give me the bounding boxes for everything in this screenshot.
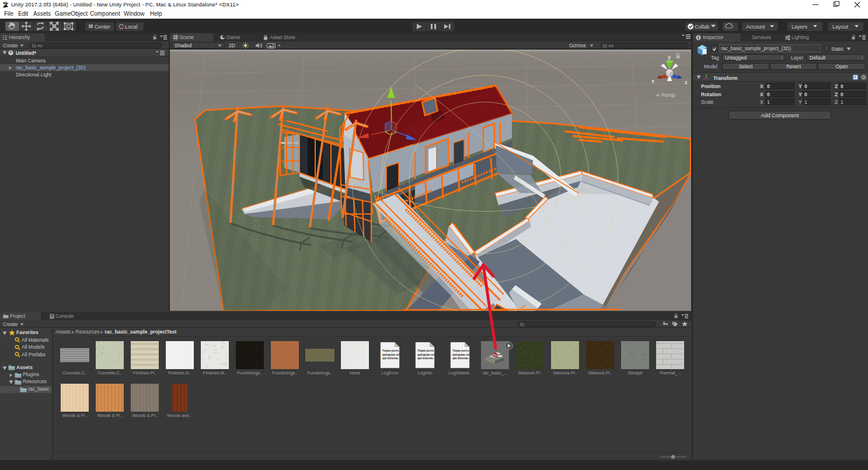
svg-text:quisquam est: quisquam est <box>382 353 400 356</box>
svg-text:x: x <box>651 78 654 84</box>
svg-text:Furnishings..: Furnishings.. <box>308 370 333 376</box>
svg-text:Sitework.Pl..: Sitework.Pl.. <box>518 370 542 376</box>
svg-text:Woods and ..: Woods and .. <box>167 413 193 418</box>
svg-text:Finishes.M..: Finishes.M.. <box>203 370 226 376</box>
svg-text:Local: Local <box>125 24 138 30</box>
svg-text:⋖ Persp: ⋖ Persp <box>656 92 675 98</box>
svg-text:y: y <box>668 54 671 60</box>
svg-text:z: z <box>685 79 688 85</box>
svg-text:Finishes.G..: Finishes.G.. <box>168 370 191 376</box>
svg-text:Steelplt: Steelplt <box>628 370 643 376</box>
svg-text:qui dolorem.: qui dolorem. <box>452 356 469 360</box>
svg-text:quisquam est: quisquam est <box>417 353 435 356</box>
svg-text:Layout: Layout <box>832 24 849 30</box>
svg-text:Concrete.C..: Concrete.C.. <box>62 370 87 376</box>
svg-text:Woods & Pl..: Woods & Pl.. <box>62 413 87 418</box>
svg-text:Furnishings..: Furnishings.. <box>238 370 263 376</box>
svg-text:LogInfo: LogInfo <box>417 370 432 376</box>
svg-text:Woods & Pl..: Woods & Pl.. <box>97 413 122 418</box>
svg-text:Sitework.Pl..: Sitework.Pl.. <box>588 370 612 376</box>
svg-text:Collab: Collab <box>695 24 710 30</box>
svg-text:Hone: Hone <box>350 370 360 376</box>
svg-text:Account: Account <box>746 24 765 30</box>
svg-text:Woods & Pl..: Woods & Pl.. <box>132 413 157 418</box>
svg-text:Thermal_ ..: Thermal_ .. <box>659 370 681 376</box>
svg-text:Neque porro: Neque porro <box>382 349 399 352</box>
svg-text:Layers: Layers <box>792 24 808 30</box>
svg-text:Concrete.C..: Concrete.C.. <box>97 370 122 376</box>
svg-text:quisquam est: quisquam est <box>452 353 470 356</box>
svg-text:LogError: LogError <box>381 370 399 376</box>
svg-text:LogStatisti..: LogStatisti.. <box>448 370 471 376</box>
svg-text:qui dolorem.: qui dolorem. <box>382 356 399 360</box>
svg-text:Finishes.Fl..: Finishes.Fl.. <box>133 370 156 376</box>
svg-text:qui dolorem.: qui dolorem. <box>417 356 434 360</box>
svg-text:Neque porro: Neque porro <box>452 349 469 352</box>
svg-text:Neque porro: Neque porro <box>417 349 434 352</box>
svg-text:Sitework.Pl..: Sitework.Pl.. <box>553 370 577 376</box>
svg-text:Center: Center <box>95 24 110 30</box>
svg-text:rac_basic_...: rac_basic_... <box>483 370 508 376</box>
svg-text:Furnishings..: Furnishings.. <box>273 370 298 376</box>
